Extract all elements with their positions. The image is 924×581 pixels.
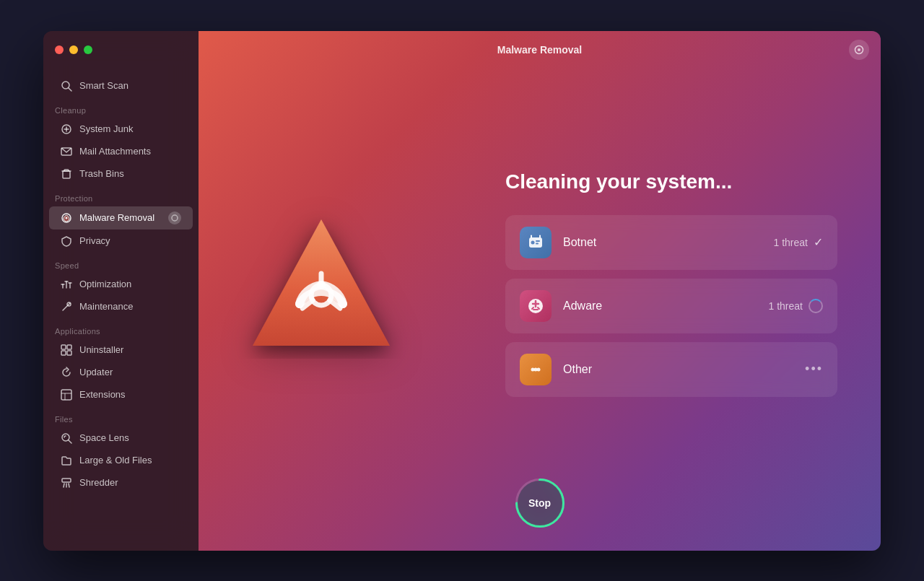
privacy-label: Privacy — [79, 235, 110, 246]
space-lens-label: Space Lens — [79, 432, 129, 443]
sidebar-item-maintenance[interactable]: Maintenance — [49, 296, 193, 318]
privacy-icon — [61, 235, 72, 247]
svg-point-42 — [531, 235, 532, 236]
svg-line-29 — [69, 484, 69, 487]
sidebar-item-trash-bins[interactable]: Trash Bins — [49, 163, 193, 185]
svg-point-8 — [66, 217, 68, 219]
adware-name: Adware — [563, 300, 757, 313]
maximize-button[interactable] — [84, 45, 92, 54]
botnet-icon — [520, 227, 552, 258]
stop-button-container: Stop — [514, 477, 566, 529]
updater-icon — [61, 367, 72, 378]
sidebar-item-extensions[interactable]: Extensions — [49, 384, 193, 406]
other-dots: ••• — [805, 362, 823, 377]
adware-status-text: 1 threat — [769, 300, 803, 312]
optimization-icon — [61, 279, 72, 290]
svg-point-31 — [858, 48, 860, 51]
smart-scan-label: Smart Scan — [79, 80, 128, 91]
scan-panel: Cleaning your system... — [462, 170, 837, 406]
svg-rect-38 — [536, 240, 540, 242]
active-indicator — [168, 211, 181, 224]
svg-point-9 — [172, 215, 178, 221]
shredder-icon — [61, 477, 72, 489]
settings-button[interactable] — [849, 40, 869, 60]
adware-status: 1 threat — [769, 299, 823, 313]
svg-rect-39 — [536, 243, 539, 244]
close-button[interactable] — [55, 45, 64, 54]
svg-point-43 — [539, 235, 541, 236]
large-old-files-label: Large & Old Files — [79, 455, 152, 466]
sidebar-item-shredder[interactable]: Shredder — [49, 472, 193, 494]
threat-item-other: Other ••• — [505, 342, 837, 397]
minimize-button[interactable] — [69, 45, 78, 54]
section-protection: Protection — [43, 185, 199, 206]
svg-line-27 — [64, 484, 64, 487]
uninstaller-icon — [61, 344, 72, 356]
sidebar: Smart Scan Cleanup System Junk — [43, 31, 199, 551]
stop-button[interactable]: Stop — [518, 481, 562, 525]
updater-label: Updater — [79, 367, 113, 377]
botnet-name: Botnet — [563, 236, 762, 249]
malware-removal-icon — [61, 212, 72, 224]
trash-bins-label: Trash Bins — [79, 168, 124, 179]
sidebar-item-large-old-files[interactable]: Large & Old Files — [49, 450, 193, 471]
sidebar-titlebar — [43, 31, 199, 69]
system-junk-label: System Junk — [79, 123, 133, 134]
uninstaller-label: Uninstaller — [79, 344, 123, 355]
extensions-label: Extensions — [79, 389, 126, 400]
adware-icon — [520, 290, 552, 322]
svg-line-1 — [69, 88, 71, 91]
botnet-status-text: 1 threat — [774, 237, 808, 248]
svg-rect-6 — [63, 171, 70, 178]
sidebar-item-malware-removal[interactable]: Malware Removal — [49, 206, 193, 230]
smart-scan-icon — [61, 80, 72, 92]
main-content: Malware Removal — [199, 31, 881, 551]
sidebar-item-smart-scan[interactable]: Smart Scan — [49, 75, 193, 97]
sidebar-item-uninstaller[interactable]: Uninstaller — [49, 339, 193, 361]
sidebar-item-mail-attachments[interactable]: Mail Attachments — [49, 141, 193, 162]
maintenance-label: Maintenance — [79, 301, 133, 312]
svg-rect-21 — [61, 390, 71, 400]
shredder-label: Shredder — [79, 477, 118, 488]
section-speed: Speed — [43, 253, 199, 273]
svg-line-25 — [69, 440, 71, 443]
section-files: Files — [43, 406, 199, 427]
sidebar-item-system-junk[interactable]: System Junk — [49, 118, 193, 140]
large-old-files-icon — [61, 455, 72, 466]
malware-removal-label: Malware Removal — [79, 212, 154, 223]
svg-rect-26 — [62, 479, 71, 482]
svg-point-37 — [531, 240, 535, 244]
svg-point-47 — [534, 367, 538, 371]
extensions-icon — [61, 389, 72, 401]
sidebar-content: Smart Scan Cleanup System Junk — [43, 69, 199, 551]
system-junk-icon — [61, 123, 72, 135]
trash-icon — [61, 168, 72, 180]
adware-spinner — [808, 299, 823, 313]
mail-attachments-label: Mail Attachments — [79, 146, 151, 157]
stop-button-ring: Stop — [514, 477, 566, 529]
sidebar-item-privacy[interactable]: Privacy — [49, 230, 193, 252]
svg-rect-19 — [61, 351, 66, 355]
other-icon — [520, 354, 552, 385]
space-lens-icon — [61, 432, 72, 444]
mail-icon — [61, 146, 72, 157]
sidebar-item-space-lens[interactable]: Space Lens — [49, 427, 193, 449]
maintenance-icon — [61, 301, 72, 313]
main-titlebar: Malware Removal — [199, 31, 881, 69]
sidebar-item-updater[interactable]: Updater — [49, 362, 193, 383]
svg-rect-17 — [61, 345, 66, 349]
app-window: Smart Scan Cleanup System Junk — [43, 31, 881, 551]
section-cleanup: Cleanup — [43, 97, 199, 118]
optimization-label: Optimization — [79, 279, 131, 289]
other-status: ••• — [805, 362, 823, 377]
svg-rect-20 — [67, 351, 71, 355]
section-applications: Applications — [43, 318, 199, 338]
other-name: Other — [563, 363, 793, 376]
biohazard-illustration — [227, 187, 415, 389]
main-title: Malware Removal — [497, 44, 583, 56]
sidebar-item-optimization[interactable]: Optimization — [49, 274, 193, 295]
scan-heading: Cleaning your system... — [505, 170, 837, 193]
threat-item-botnet: Botnet 1 threat ✓ — [505, 215, 837, 270]
threat-item-adware: Adware 1 threat — [505, 279, 837, 333]
svg-rect-18 — [67, 345, 71, 349]
